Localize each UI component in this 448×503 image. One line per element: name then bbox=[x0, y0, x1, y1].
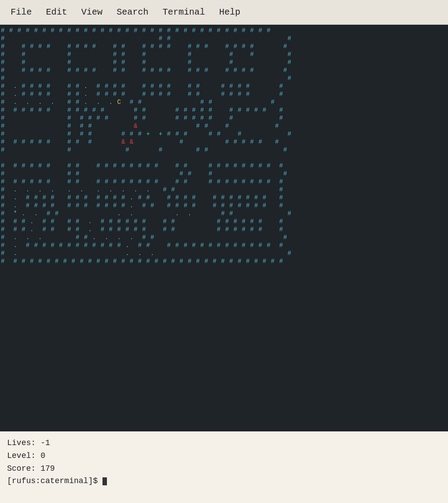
menu-help[interactable]: Help bbox=[212, 4, 247, 21]
menu-search[interactable]: Search bbox=[110, 4, 156, 21]
status-bar: Lives: -1 Level: 0 Score: 179 [rufus:cat… bbox=[0, 431, 448, 493]
prompt-line: [rufus:caterminal]$ bbox=[7, 475, 441, 488]
menu-edit[interactable]: Edit bbox=[39, 4, 74, 21]
terminal-area[interactable]: # # # # # # # # # # # # # # # # # # # # … bbox=[0, 25, 448, 431]
terminal-canvas: # # # # # # # # # # # # # # # # # # # # … bbox=[0, 25, 448, 267]
score-display: Score: 179 bbox=[7, 462, 441, 475]
menu-file[interactable]: File bbox=[4, 4, 39, 21]
level-label: Level: bbox=[7, 451, 36, 460]
score-value: 179 bbox=[41, 464, 55, 473]
menu-view[interactable]: View bbox=[74, 4, 110, 21]
lives-value: -1 bbox=[41, 438, 50, 447]
level-display: Level: 0 bbox=[7, 450, 441, 462]
cursor-block bbox=[103, 477, 107, 485]
score-label: Score: bbox=[7, 464, 36, 473]
prompt-text: [rufus:caterminal]$ bbox=[7, 476, 103, 485]
menu-bar: File Edit View Search Terminal Help bbox=[0, 0, 448, 25]
menu-terminal[interactable]: Terminal bbox=[156, 4, 212, 21]
lives-label: Lives: bbox=[7, 438, 36, 447]
lives-display: Lives: -1 bbox=[7, 437, 441, 450]
level-value: 0 bbox=[41, 451, 46, 460]
